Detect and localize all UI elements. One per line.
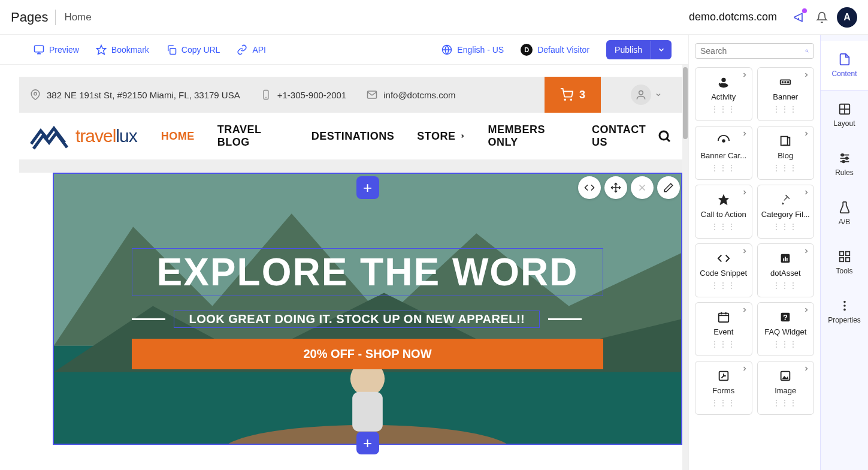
palette-item[interactable]: Activity⋮⋮⋮: [695, 67, 752, 121]
copy-url-button[interactable]: Copy URL: [166, 44, 220, 55]
scrollbar-thumb[interactable]: [683, 67, 688, 139]
grip-icon: ⋮⋮⋮: [773, 222, 798, 231]
palette-item-label: Banner: [760, 92, 812, 101]
nav-home[interactable]: HOME: [161, 123, 195, 149]
banner-block[interactable]: +: [53, 173, 682, 445]
close-tool-icon[interactable]: [631, 176, 654, 199]
svg-point-29: [782, 82, 784, 83]
svg-point-11: [660, 131, 668, 140]
palette-item-label: FAQ Widget: [760, 327, 812, 336]
user-menu[interactable]: [621, 85, 672, 105]
palette-item[interactable]: Call to Action⋮⋮⋮: [695, 185, 752, 239]
nav-members[interactable]: MEMBERS ONLY: [488, 123, 570, 149]
rail-tools[interactable]: Tools: [821, 238, 868, 287]
chevron-right-icon: [803, 306, 810, 314]
rail-layout[interactable]: Layout: [821, 91, 868, 140]
svg-marker-1: [96, 45, 105, 54]
palette-item[interactable]: Event⋮⋮⋮: [695, 302, 752, 356]
palette-item-icon: [779, 134, 792, 147]
palette-item-label: Forms: [698, 386, 749, 395]
palette-item-icon: [779, 252, 792, 265]
palette-item[interactable]: Forms⋮⋮⋮: [695, 361, 752, 415]
palette-item[interactable]: dotAsset⋮⋮⋮: [757, 243, 815, 297]
language-selector[interactable]: English - US: [441, 44, 504, 55]
grip-icon: ⋮⋮⋮: [711, 281, 736, 290]
nav-destinations[interactable]: DESTINATIONS: [311, 123, 395, 149]
host-label[interactable]: demo.dotcms.com: [689, 11, 777, 23]
api-label: API: [252, 45, 266, 55]
palette-search[interactable]: [695, 43, 814, 59]
rail-properties[interactable]: Properties: [821, 287, 868, 336]
persona-label: Default Visitor: [537, 45, 589, 55]
bell-icon[interactable]: [810, 6, 833, 29]
mail-icon: [367, 89, 377, 100]
svg-point-55: [842, 161, 845, 163]
code-tool-icon[interactable]: [578, 176, 601, 199]
palette-item[interactable]: Banner Car...⋮⋮⋮: [695, 126, 752, 180]
palette-item[interactable]: Blog⋮⋮⋮: [757, 126, 815, 180]
move-tool-icon[interactable]: [604, 176, 627, 199]
chevron-right-icon: [741, 189, 748, 196]
palette-search-input[interactable]: [700, 46, 805, 56]
publish-chevron-icon[interactable]: [651, 41, 672, 59]
palette-item[interactable]: Code Snippet⋮⋮⋮: [695, 243, 752, 297]
banner-cta-button[interactable]: 20% OFF - SHOP NOW: [132, 339, 603, 369]
palette-item[interactable]: Category Fil...⋮⋮⋮: [757, 185, 815, 239]
svg-rect-0: [35, 46, 44, 52]
svg-point-54: [845, 157, 848, 159]
link-icon: [237, 44, 247, 55]
palette-item[interactable]: ?FAQ Widget⋮⋮⋮: [757, 302, 815, 356]
svg-point-26: [721, 77, 725, 82]
chevron-right-icon: [741, 130, 748, 137]
grid-icon: [838, 250, 851, 263]
avatar[interactable]: A: [837, 7, 857, 28]
chevron-down-icon: [655, 91, 662, 98]
rail-ab[interactable]: A/B: [821, 189, 868, 238]
subhead-editable[interactable]: LOOK GREAT DOING IT. STOCK UP ON NEW APP…: [174, 311, 540, 328]
palette-item-label: Call to Action: [698, 210, 749, 219]
palette-item-icon: [717, 134, 730, 147]
chevron-right-icon: [803, 130, 810, 137]
add-below-button[interactable]: +: [356, 432, 379, 454]
svg-point-24: [806, 50, 808, 52]
persona-icon: D: [521, 44, 533, 56]
palette-item-icon: [717, 76, 730, 89]
svg-rect-60: [845, 258, 849, 261]
edit-tool-icon[interactable]: [657, 176, 680, 199]
file-icon: [838, 53, 851, 66]
api-button[interactable]: API: [237, 44, 266, 55]
persona-selector[interactable]: D Default Visitor: [521, 44, 589, 56]
svg-rect-59: [839, 258, 843, 261]
rail-ab-label: A/B: [839, 218, 850, 226]
announcements-icon[interactable]: [788, 6, 810, 29]
nav-travel-blog[interactable]: TRAVEL BLOG: [217, 123, 289, 149]
preview-button[interactable]: Preview: [34, 44, 79, 55]
headline-editable[interactable]: EXPLORE THE WORD: [132, 248, 603, 296]
canvas-scrollbar[interactable]: [682, 65, 688, 470]
rail-content[interactable]: Content: [821, 41, 868, 91]
palette-item-label: Banner Car...: [698, 151, 749, 160]
brand-logo[interactable]: travellux: [30, 122, 137, 150]
publish-button[interactable]: Publish: [606, 40, 672, 59]
palette-item[interactable]: Banner⋮⋮⋮: [757, 67, 815, 121]
rail-content-label: Content: [831, 70, 857, 78]
svg-point-62: [843, 305, 846, 307]
language-label: English - US: [457, 45, 504, 55]
rail-rules[interactable]: Rules: [821, 140, 868, 189]
bookmark-button[interactable]: Bookmark: [96, 44, 149, 55]
svg-line-25: [807, 52, 808, 52]
palette-item-icon: [717, 193, 730, 206]
nav-store[interactable]: STORE: [417, 123, 465, 149]
dots-icon: [838, 299, 851, 312]
add-above-button[interactable]: +: [356, 176, 379, 199]
breadcrumb[interactable]: Home: [64, 11, 91, 23]
grip-icon: ⋮⋮⋮: [773, 281, 798, 290]
palette-item[interactable]: Image⋮⋮⋮: [757, 361, 815, 415]
svg-rect-36: [785, 257, 786, 261]
nav-contact[interactable]: CONTACT US: [592, 123, 657, 149]
search-icon: [805, 46, 809, 56]
cart-button[interactable]: 3: [545, 77, 601, 113]
nav-search-icon[interactable]: [657, 129, 672, 143]
palette-item-icon: [717, 369, 730, 382]
banner-image: EXPLORE THE WORD LOOK GREAT DOING IT. ST…: [54, 174, 681, 444]
